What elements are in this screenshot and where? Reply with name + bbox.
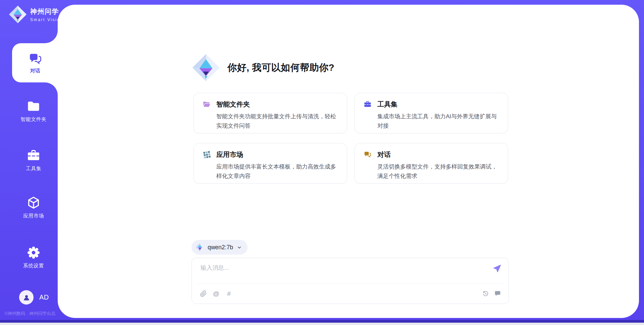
- tab-fillet-top: [45, 30, 58, 43]
- card-description: 灵活切换多模型文件，支持多样回复效果调试，满足个性化需求: [377, 162, 499, 181]
- sidebar-item-app-market[interactable]: 应用市场: [9, 196, 58, 219]
- composer: @ #: [192, 258, 509, 304]
- card-smart-folder[interactable]: 智能文件夹 智能文件夹功能支持批量文件上传与清洗，轻松实现文件问答: [194, 93, 347, 133]
- card-app-market[interactable]: 应用市场 应用市场提供丰富长文本模板，助力高效生成多样化文章内容: [194, 143, 347, 184]
- open-folder-icon: [203, 100, 211, 108]
- grid-icon: [203, 150, 211, 158]
- brand-diamond-icon: [9, 5, 27, 23]
- briefcase-icon: [364, 100, 372, 108]
- model-selector[interactable]: qwen2:7b: [192, 240, 248, 255]
- sidebar-item-settings[interactable]: 系统设置: [9, 246, 58, 269]
- feature-cards: 智能文件夹 智能文件夹功能支持批量文件上传与清洗，轻松实现文件问答: [194, 93, 509, 184]
- window-edge-light: [0, 323, 644, 325]
- paperclip-icon[interactable]: [200, 290, 207, 297]
- message-icon[interactable]: [494, 290, 501, 297]
- card-title: 应用市场: [216, 150, 243, 159]
- model-name: qwen2:7b: [208, 244, 233, 251]
- chevron-down-icon: [236, 245, 242, 250]
- sidebar-item-label: 应用市场: [23, 213, 44, 219]
- folder-icon: [26, 99, 41, 113]
- tab-fillet-bottom: [45, 82, 58, 95]
- sidebar-item-chat[interactable]: 对话: [12, 43, 58, 82]
- brand: 神州问学 Smart Vision: [9, 5, 63, 23]
- message-input[interactable]: [200, 263, 488, 280]
- sidebar-item-toolset[interactable]: 工具集: [9, 148, 58, 172]
- sidebar-item-label: 系统设置: [23, 263, 44, 269]
- card-description: 应用市场提供丰富长文本模板，助力高效生成多样化文章内容: [216, 162, 338, 181]
- user-profile[interactable]: AD: [19, 290, 49, 305]
- card-title: 智能文件夹: [216, 100, 250, 109]
- card-description: 智能文件夹功能支持批量文件上传与清洗，轻松实现文件问答: [216, 112, 338, 131]
- brand-subtitle: Smart Vision: [30, 17, 63, 22]
- window-edge-dark: [0, 320, 644, 323]
- model-diamond-icon: [196, 243, 204, 252]
- brand-diamond-icon: [192, 54, 220, 82]
- user-name: AD: [39, 294, 49, 301]
- sidebar-item-label: 对话: [30, 68, 40, 74]
- card-toolset[interactable]: 工具集 集成市场上主流工具，助力AI与外界无缝扩展与对接: [355, 93, 508, 133]
- sidebar-item-label: 智能文件夹: [20, 116, 47, 123]
- hash-icon[interactable]: #: [225, 290, 232, 297]
- briefcase-icon: [26, 148, 41, 162]
- card-chat[interactable]: 对话 灵活切换多模型文件，支持多样回复效果调试，满足个性化需求: [355, 143, 508, 184]
- greeting-text: 你好, 我可以如何帮助你?: [227, 61, 334, 74]
- card-description: 集成市场上主流工具，助力AI与外界无缝扩展与对接: [377, 112, 499, 131]
- sidebar-item-label: 工具集: [26, 166, 42, 172]
- history-icon[interactable]: [482, 290, 489, 297]
- chat-icon: [364, 150, 372, 158]
- card-title: 对话: [377, 150, 391, 159]
- avatar: [19, 290, 34, 305]
- gear-icon: [26, 246, 41, 260]
- chat-icon: [29, 52, 42, 65]
- cube-icon: [26, 196, 41, 210]
- person-icon: [22, 293, 31, 302]
- at-icon[interactable]: @: [213, 290, 220, 297]
- composer-divider: [198, 283, 503, 284]
- send-icon[interactable]: [492, 264, 502, 273]
- greeting-block: 你好, 我可以如何帮助你?: [192, 54, 334, 82]
- brand-name: 神州问学: [30, 7, 63, 16]
- main-content-panel: 你好, 我可以如何帮助你? 智能文件夹 智能文件夹功能支持批量文件上传与清洗，轻…: [58, 5, 639, 318]
- card-title: 工具集: [377, 100, 397, 109]
- copyright-text: ©神州数码 · 神州问学出品: [5, 311, 55, 317]
- app-window: 你好, 我可以如何帮助你? 智能文件夹 智能文件夹功能支持批量文件上传与清洗，轻…: [0, 0, 644, 325]
- sidebar-item-smart-folder[interactable]: 智能文件夹: [9, 99, 58, 123]
